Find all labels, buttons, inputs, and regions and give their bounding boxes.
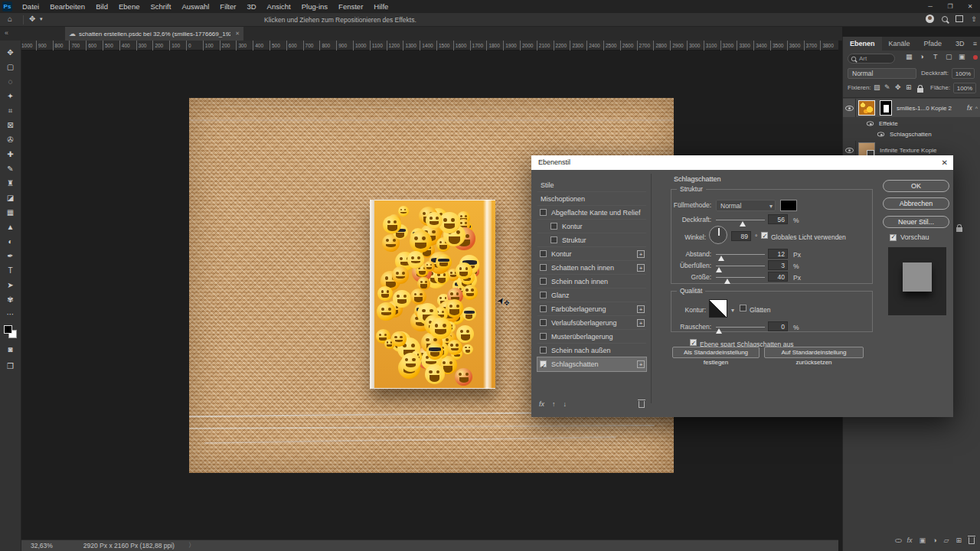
distance-slider[interactable] (716, 254, 765, 255)
noise-field[interactable]: 0 (768, 321, 788, 331)
layer-filter-search[interactable]: Art (848, 54, 895, 64)
style-checkbox[interactable] (540, 347, 547, 354)
crop-tool[interactable]: ⌗ (3, 103, 18, 118)
move-tool-icon[interactable]: ✥ (29, 15, 35, 23)
layer-row-effects[interactable]: Effekte (843, 119, 980, 129)
style-checkbox[interactable] (540, 305, 547, 312)
filter-pixel-icon[interactable]: ▦ (906, 53, 913, 60)
close-button[interactable]: ✕ (960, 0, 980, 13)
dialog-title[interactable]: Ebenenstil (531, 155, 953, 170)
global-light-checkbox[interactable] (761, 232, 768, 239)
add-effect-instance-icon[interactable]: + (637, 319, 645, 327)
filter-toggle[interactable] (973, 55, 978, 60)
dodge-tool[interactable]: ◐ (3, 234, 18, 249)
tab-ebenen[interactable]: Ebenen (843, 37, 882, 51)
move-effect-up-icon[interactable]: ↑ (552, 400, 556, 408)
menu-plug-ins[interactable]: Plug-ins (296, 0, 333, 13)
layer-row-smilies[interactable]: smilies-1...0 Kopie 2 fx ^ (843, 99, 980, 117)
path-selection-tool[interactable]: ➤ (3, 278, 18, 292)
eye-icon[interactable] (867, 122, 874, 126)
restore-button[interactable]: ❐ (940, 0, 960, 13)
layer-name[interactable]: smilies-1...0 Kopie 2 (897, 105, 952, 112)
add-effect-instance-icon[interactable]: + (637, 250, 645, 258)
panel-menu-icon[interactable]: ≡ (973, 40, 977, 47)
lasso-tool[interactable]: ◌ (3, 74, 18, 89)
styles-item-schlagschatten[interactable]: Schlagschatten+ (537, 357, 646, 371)
style-checkbox[interactable] (540, 209, 547, 216)
lock-paint-icon[interactable]: ✎ (884, 83, 890, 91)
healing-brush-tool[interactable]: ✚ (3, 147, 18, 161)
style-checkbox[interactable] (550, 236, 557, 243)
document-tab[interactable]: ☁ schatten erstellen.psdc bei 32,6% (smi… (65, 27, 243, 41)
styles-item-glanz[interactable]: Glanz (537, 289, 646, 302)
chevron-down-icon[interactable]: ▾ (731, 305, 734, 316)
fx-icon[interactable]: fx (539, 400, 544, 408)
eraser-tool[interactable]: ◪ (3, 191, 18, 205)
menu-3d[interactable]: 3D (241, 0, 261, 13)
add-effect-instance-icon[interactable]: + (637, 360, 645, 368)
pen-tool[interactable]: ✒ (3, 249, 18, 263)
distance-field[interactable]: 12 (768, 249, 788, 259)
custom-shape-tool[interactable]: ✾ (3, 292, 18, 307)
move-effect-down-icon[interactable]: ↓ (564, 400, 567, 408)
angle-dial[interactable] (709, 226, 727, 244)
gradient-tool[interactable]: ▦ (3, 205, 18, 220)
menu-ebene[interactable]: Ebene (113, 0, 145, 13)
link-layers-icon[interactable]: ⊂⊃ (894, 537, 900, 544)
menu-ansicht[interactable]: Ansicht (262, 0, 296, 13)
styles-item-kontur[interactable]: Kontur+ (537, 247, 646, 261)
menu-bearbeiten[interactable]: Bearbeiten (44, 0, 90, 13)
filter-type-icon[interactable]: T (933, 53, 938, 60)
styles-item-verlaufsüberlagerung[interactable]: Verlaufsüberlagerung+ (537, 316, 646, 330)
status-chevron-icon[interactable]: 〉 (188, 541, 195, 550)
chevron-down-icon[interactable]: ▾ (40, 16, 43, 22)
dropshadow-effect-label[interactable]: Schlagschatten (890, 131, 932, 138)
add-effect-instance-icon[interactable]: + (637, 264, 645, 272)
noise-slider[interactable] (716, 327, 765, 328)
home-icon[interactable]: ⌂ (8, 15, 12, 23)
new-style-button[interactable]: Neuer Stil... (883, 216, 949, 228)
style-checkbox[interactable] (550, 223, 557, 230)
emoji-poster-layer[interactable] (370, 200, 495, 389)
collapse-panels-icon[interactable]: « (5, 29, 8, 37)
contour-thumbnail[interactable] (709, 299, 727, 318)
collapse-effects-icon[interactable]: ^ (975, 106, 978, 111)
account-avatar[interactable] (926, 15, 934, 23)
layer-row-dropshadow[interactable]: Schlagschatten (843, 129, 980, 139)
styles-item-mischoptionen[interactable]: Mischoptionen (537, 192, 646, 206)
lock-move-icon[interactable]: ✥ (895, 83, 901, 91)
tab-close-icon[interactable]: ✕ (235, 31, 240, 37)
opacity-field[interactable]: 100% (952, 68, 975, 79)
blur-tool[interactable]: ▲ (3, 220, 18, 234)
visibility-cell[interactable] (843, 99, 856, 117)
size-slider[interactable] (716, 277, 765, 278)
foreground-color-swatch[interactable] (4, 325, 12, 334)
brush-tool[interactable]: ✎ (3, 161, 18, 176)
dialog-close-icon[interactable]: ✕ (942, 155, 948, 170)
cancel-button[interactable]: Abbrechen (883, 197, 949, 210)
marquee-tool[interactable]: ▢ (3, 60, 18, 74)
share-icon[interactable]: ⇧ (971, 15, 977, 23)
filter-smart-object-icon[interactable]: ▣ (959, 53, 965, 60)
style-checkbox[interactable] (540, 292, 547, 298)
search-icon[interactable] (942, 16, 948, 22)
styles-item-abgeflachte-kante-und-relief[interactable]: Abgeflachte Kante und Relief (537, 206, 646, 220)
workspace-icon[interactable] (956, 15, 963, 22)
menu-auswahl[interactable]: Auswahl (176, 0, 214, 13)
blend-mode-select[interactable]: Normal ▾ (716, 200, 776, 211)
tab-pfade[interactable]: Pfade (917, 37, 949, 51)
styles-item-farbüberlagerung[interactable]: Farbüberlagerung+ (537, 302, 646, 316)
lock-artboard-icon[interactable]: ⊞ (906, 83, 912, 91)
styles-item-struktur[interactable]: Struktur (537, 233, 646, 247)
layer-thumbnail[interactable] (858, 100, 875, 116)
fx-badge[interactable]: fx (967, 104, 972, 112)
menu-filter[interactable]: Filter (214, 0, 241, 13)
zoom-level[interactable]: 32,63% (31, 542, 53, 549)
add-mask-icon[interactable]: ▣ (920, 536, 926, 544)
eyedropper-tool[interactable]: ✇ (3, 132, 18, 147)
eye-icon[interactable] (845, 106, 854, 111)
anti-alias-checkbox[interactable] (740, 305, 746, 311)
tab-kanaele[interactable]: Kanäle (882, 37, 917, 51)
menu-fenster[interactable]: Fenster (333, 0, 368, 13)
menu-schrift[interactable]: Schrift (145, 0, 176, 13)
